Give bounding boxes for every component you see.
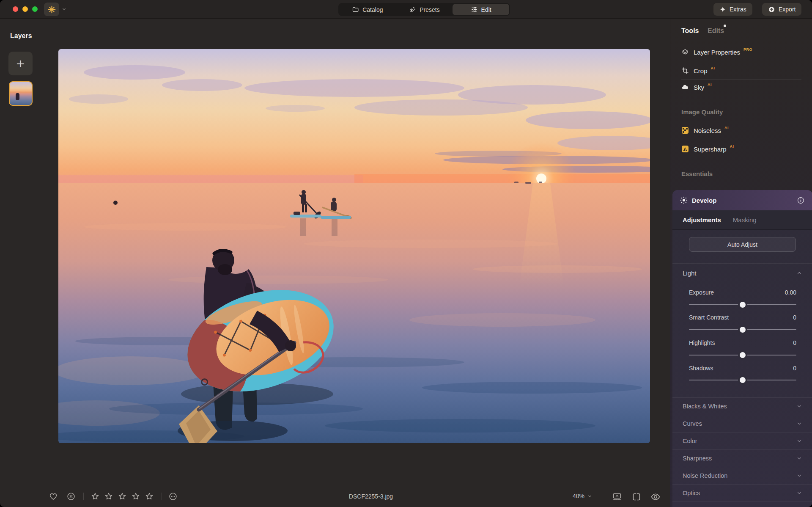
app-window: Catalog Presets [0,0,812,507]
ai-badge: AI [708,83,712,87]
chevron-up-icon [796,270,802,276]
chevron-down-icon [796,490,802,496]
compare-view-icon[interactable] [631,492,642,502]
zoom-window-button[interactable] [32,6,38,12]
chevron-down-icon [587,494,592,499]
tab-adjustments[interactable]: Adjustments [683,216,721,223]
tab-edits[interactable]: Edits [708,27,724,35]
extras-button[interactable]: Extras [713,3,752,16]
collapsed-sections: Blacks & Whites Curves Color Sharpness N… [672,397,812,502]
tab-edit-label: Edit [481,6,491,13]
slider-knob[interactable] [740,302,746,308]
slider-value-shadows: 0 [793,365,796,372]
tab-presets-label: Presets [420,6,439,13]
ai-badge: AI [730,144,734,149]
info-icon[interactable] [797,196,805,204]
section-curves[interactable]: Curves [672,415,812,433]
section-blacks-and-whites[interactable]: Blacks & Whites [672,398,812,415]
favorite-heart-icon[interactable] [49,492,58,501]
chevron-down-icon [796,421,802,427]
tool-item-crop[interactable]: Crop AI [681,65,715,77]
add-layer-button[interactable]: + [8,52,33,75]
four-point-star-icon [719,6,726,13]
reject-icon[interactable] [66,492,76,501]
light-section-header[interactable]: Light [683,267,802,279]
tool-item-layer-properties[interactable]: Layer Properties PRO [681,46,752,58]
slider-highlights[interactable] [689,355,796,355]
section-header-image-quality: Image Quality [681,108,723,116]
develop-tab-bar: Adjustments Masking [672,210,812,230]
more-options-icon[interactable] [168,492,178,501]
zoom-level-control[interactable]: 40% [573,493,592,499]
slider-value-highlights: 0 [793,339,796,346]
supersharp-icon [681,145,689,153]
section-noise-reduction[interactable]: Noise Reduction [672,467,812,485]
tab-presets[interactable]: Presets [396,4,453,15]
export-button[interactable]: Export [762,3,801,16]
tab-edit[interactable]: Edit [453,4,509,15]
slider-knob[interactable] [740,377,746,383]
plus-icon: + [16,56,25,71]
export-label: Export [779,6,796,13]
slider-knob[interactable] [740,352,746,358]
cloud-icon [681,83,689,91]
tab-tools[interactable]: Tools [681,27,699,35]
rating-star-icon-1[interactable] [91,492,100,501]
sparkles-icon [409,6,416,13]
chevron-down-icon [796,403,802,409]
tool-item-supersharp[interactable]: Supersharp AI [681,143,734,155]
rating-star-icon-5[interactable] [145,492,154,501]
section-label: Sharpness [683,455,712,462]
tab-masking[interactable]: Masking [733,216,757,223]
tool-label: Noiseless [694,127,721,134]
develop-card: Develop Adjustments Masking Auto Adjust … [672,190,812,507]
rating-star-icon-3[interactable] [118,492,127,501]
slider-shadows[interactable] [689,380,796,380]
section-optics[interactable]: Optics [672,485,812,502]
pro-badge: PRO [743,47,752,52]
develop-title: Develop [692,197,716,204]
bottombar-divider [605,493,605,500]
chevron-down-icon [796,438,802,444]
right-panel: Tools Edits Layer Properties PRO Crop AI… [670,19,812,507]
slider-label-shadows: Shadows [689,365,713,372]
tab-catalog[interactable]: Catalog [339,4,396,15]
develop-header[interactable]: Develop [672,190,812,210]
light-title: Light [683,270,697,277]
slider-exposure[interactable] [689,304,796,305]
slider-label-highlights: Highlights [689,339,715,346]
section-label: Color [683,438,697,444]
filename-label: DSCF2255-3.jpg [329,493,413,500]
sun-icon [680,196,688,204]
preview-eye-icon[interactable] [650,492,661,502]
rating-star-icon-4[interactable] [131,492,140,501]
ai-badge: AI [724,126,729,130]
app-logo-button[interactable] [44,3,59,16]
close-button[interactable] [13,6,18,12]
photo-canvas[interactable] [58,49,650,443]
layer-thumbnail[interactable] [9,81,33,106]
slider-knob[interactable] [740,327,746,333]
slider-value-smart-contrast: 0 [793,314,796,321]
section-sharpness[interactable]: Sharpness [672,450,812,467]
rating-star-icon-2[interactable] [104,492,113,501]
sliders-icon [471,6,478,13]
bottombar-divider [162,493,162,500]
minimize-button[interactable] [22,6,28,12]
layers-panel-title: Layers [10,32,32,40]
chevron-down-icon [796,473,802,479]
slider-smart-contrast[interactable] [689,329,796,330]
ai-badge: AI [711,66,715,70]
tool-label: Layer Properties [694,49,740,56]
section-color[interactable]: Color [672,433,812,450]
export-arrow-icon [768,6,775,13]
panel-divider [681,79,801,80]
filmstrip-toggle-icon[interactable] [612,492,622,502]
chevron-down-icon [796,455,802,461]
tool-label: Crop [694,67,708,74]
tool-item-noiseless[interactable]: Noiseless AI [681,124,729,136]
tool-item-sky[interactable]: Sky AI [681,81,712,93]
chevron-down-icon[interactable] [62,7,66,11]
auto-adjust-button[interactable]: Auto Adjust [689,237,796,252]
layers-icon [681,48,689,56]
